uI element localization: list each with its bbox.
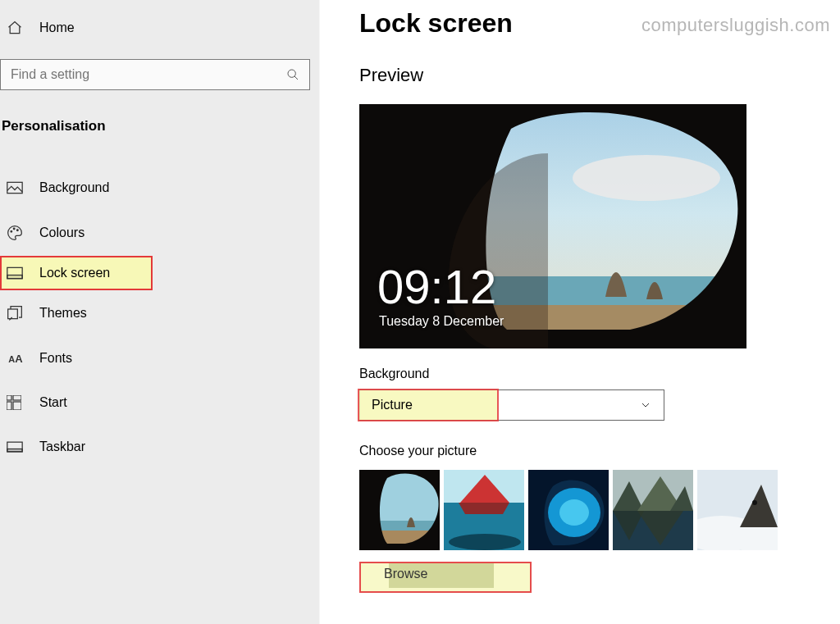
sidebar-item-taskbar[interactable]: Taskbar bbox=[0, 425, 319, 469]
svg-point-23 bbox=[449, 534, 521, 550]
chevron-down-icon bbox=[639, 399, 652, 412]
svg-point-26 bbox=[559, 499, 589, 526]
search-container bbox=[0, 59, 310, 90]
background-label: Background bbox=[359, 367, 840, 381]
sidebar-item-label: Start bbox=[39, 395, 67, 410]
palette-icon bbox=[7, 225, 25, 241]
sidebar-item-start[interactable]: Start bbox=[0, 380, 319, 425]
choose-picture-label: Choose your picture bbox=[359, 444, 840, 458]
sidebar-item-themes[interactable]: Themes bbox=[0, 290, 319, 336]
sidebar-item-label: Lock screen bbox=[39, 266, 110, 280]
thumbnail-cave-beach[interactable] bbox=[359, 470, 440, 550]
thumbnail-mountain-lake[interactable] bbox=[613, 470, 693, 550]
sidebar-item-label: Themes bbox=[39, 306, 87, 321]
preview-heading: Preview bbox=[359, 65, 840, 86]
svg-rect-13 bbox=[7, 449, 22, 452]
taskbar-icon bbox=[7, 441, 25, 453]
main-panel: computersluggish.com Lock screen Preview… bbox=[320, 0, 840, 624]
thumbnail-clouds-peak[interactable] bbox=[697, 470, 778, 550]
svg-point-32 bbox=[752, 500, 757, 505]
settings-search[interactable] bbox=[0, 59, 310, 90]
search-input[interactable] bbox=[11, 67, 286, 82]
watermark: computersluggish.com bbox=[641, 15, 830, 36]
svg-rect-7 bbox=[8, 309, 18, 319]
search-icon bbox=[286, 68, 299, 81]
sidebar-item-label: Background bbox=[39, 180, 109, 195]
svg-rect-8 bbox=[7, 395, 11, 400]
svg-point-2 bbox=[11, 231, 12, 233]
nav-list: Background Colours Lock screen bbox=[0, 166, 319, 469]
preview-time: 09:12 bbox=[377, 263, 496, 311]
start-icon bbox=[7, 395, 25, 410]
fonts-icon: AA bbox=[7, 353, 25, 365]
sidebar-item-fonts[interactable]: AA Fonts bbox=[0, 336, 319, 380]
svg-rect-10 bbox=[7, 402, 11, 410]
svg-point-4 bbox=[17, 230, 19, 231]
svg-rect-9 bbox=[13, 395, 21, 400]
svg-point-0 bbox=[288, 70, 295, 77]
thumbnail-underwater-boat[interactable] bbox=[444, 470, 524, 550]
sidebar-item-background[interactable]: Background bbox=[0, 166, 319, 210]
sidebar-item-colours[interactable]: Colours bbox=[0, 210, 319, 256]
home-label: Home bbox=[39, 20, 75, 35]
sidebar-item-label: Fonts bbox=[39, 351, 72, 366]
settings-sidebar: Home Personalisation Background bbox=[0, 0, 320, 624]
svg-point-17 bbox=[573, 155, 720, 201]
preview-date: Tuesday 8 December bbox=[379, 314, 504, 329]
home-nav[interactable]: Home bbox=[0, 13, 319, 43]
svg-point-3 bbox=[13, 228, 15, 230]
browse-button[interactable]: Browse bbox=[384, 567, 427, 581]
svg-rect-11 bbox=[13, 402, 21, 410]
lockscreen-preview: 09:12 Tuesday 8 December bbox=[359, 104, 746, 348]
sidebar-item-label: Colours bbox=[39, 225, 84, 240]
home-icon bbox=[7, 20, 25, 36]
image-icon bbox=[7, 181, 25, 194]
thumbnail-ice-cave[interactable] bbox=[528, 470, 609, 550]
browse-row: Browse bbox=[359, 562, 840, 594]
picture-thumbnails bbox=[359, 470, 840, 550]
sidebar-item-lock-screen[interactable]: Lock screen bbox=[0, 256, 153, 290]
themes-icon bbox=[7, 305, 25, 321]
lockscreen-icon bbox=[7, 266, 25, 280]
sidebar-item-label: Taskbar bbox=[39, 440, 85, 454]
svg-rect-6 bbox=[7, 276, 22, 279]
dropdown-value: Picture bbox=[372, 398, 413, 412]
background-dropdown[interactable]: Picture bbox=[359, 389, 664, 421]
section-title: Personalisation bbox=[0, 90, 319, 138]
